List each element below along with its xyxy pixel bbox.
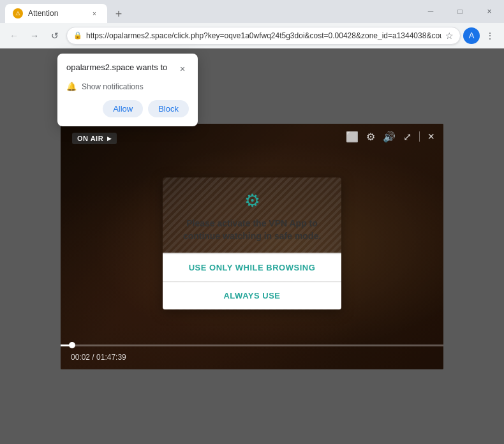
screen-icon[interactable]: ⬜: [346, 131, 359, 143]
controls-divider: [419, 131, 420, 142]
volume-icon[interactable]: 🔊: [383, 131, 396, 143]
vpn-modal: ⚙ Please activate the VPN App to continu…: [163, 177, 341, 309]
allow-button[interactable]: Allow: [103, 100, 143, 117]
toolbar-right: A ⋮: [463, 27, 499, 45]
tab-favicon: ⚠: [13, 8, 23, 18]
reload-button[interactable]: ↺: [46, 27, 64, 45]
video-close-icon[interactable]: ×: [427, 130, 434, 144]
fullscreen-icon[interactable]: ⤢: [403, 131, 411, 143]
new-tab-button[interactable]: +: [110, 5, 128, 23]
block-button[interactable]: Block: [148, 100, 189, 117]
settings-icon[interactable]: ⚙: [366, 131, 375, 143]
url-input[interactable]: [86, 31, 441, 40]
vpn-gear-icon: ⚙: [175, 190, 329, 211]
notification-buttons: Allow Block: [66, 100, 189, 117]
on-air-play-icon: ▶: [107, 135, 112, 142]
video-timestamp: 00:02 / 01:47:39: [71, 353, 126, 362]
always-use-button[interactable]: ALWAYS USE: [163, 281, 341, 309]
bookmark-icon[interactable]: ☆: [445, 31, 454, 41]
notification-sub: 🔔 Show notifications: [66, 82, 189, 91]
profile-button[interactable]: A: [463, 27, 480, 44]
on-air-badge: ON AIR ▶: [72, 133, 117, 144]
minimize-button[interactable]: ─: [416, 0, 445, 23]
maximize-button[interactable]: □: [445, 0, 475, 23]
notification-sub-text: Show notifications: [82, 82, 144, 91]
notification-popup-header: opalarmes2.space wants to ×: [66, 63, 189, 75]
bell-icon: 🔔: [66, 82, 77, 91]
on-air-text: ON AIR: [77, 135, 103, 142]
notification-popup-title: opalarmes2.space wants to: [66, 63, 176, 72]
vpn-modal-message: Please activate the VPN App to continue …: [175, 218, 329, 242]
page-content: opalarmes2.space wants to × 🔔 Show notif…: [0, 48, 504, 444]
address-bar[interactable]: 🔒 ☆: [66, 27, 461, 45]
tab-bar: ⚠ Attention × + ─ □ ×: [0, 0, 504, 23]
notification-popup: opalarmes2.space wants to × 🔔 Show notif…: [57, 54, 198, 126]
video-player[interactable]: ON AIR ▶ ⬜ ⚙ 🔊 ⤢ × ⚙ Please activate the…: [61, 124, 443, 369]
video-progress-bar[interactable]: [61, 344, 443, 346]
browser-window: ⚠ Attention × + ─ □ × ← → ↺ 🔒 ☆ A ⋮: [0, 0, 504, 444]
use-while-browsing-button[interactable]: USE ONLY WHILE BROWSING: [163, 253, 341, 281]
toolbar: ← → ↺ 🔒 ☆ A ⋮: [0, 23, 504, 48]
back-button[interactable]: ←: [5, 27, 23, 45]
forward-button[interactable]: →: [26, 27, 43, 45]
vpn-modal-header: ⚙ Please activate the VPN App to continu…: [163, 177, 341, 253]
tab-close-button[interactable]: ×: [89, 8, 100, 18]
tab-title: Attention: [28, 9, 84, 18]
menu-button[interactable]: ⋮: [481, 27, 499, 45]
video-controls-top: ⬜ ⚙ 🔊 ⤢ ×: [346, 130, 434, 144]
lock-icon: 🔒: [73, 31, 82, 40]
notification-close-button[interactable]: ×: [176, 63, 189, 75]
video-progress-dot: [69, 342, 75, 348]
close-window-button[interactable]: ×: [475, 0, 504, 23]
active-tab[interactable]: ⚠ Attention ×: [5, 4, 107, 23]
window-controls: ─ □ ×: [416, 0, 504, 23]
